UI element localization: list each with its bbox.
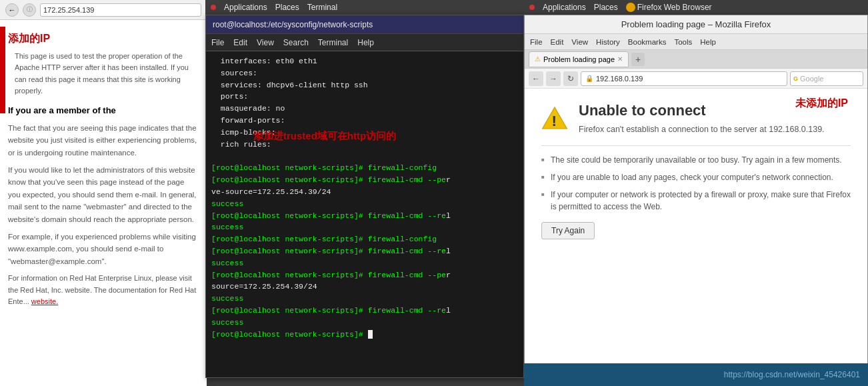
red-accent-bar xyxy=(0,27,5,113)
terminal-cmd-1: [root@localhost network-scripts]# firewa… xyxy=(211,162,518,174)
tab-close-icon[interactable]: ✕ xyxy=(617,55,623,63)
tab-label: Problem loading page xyxy=(543,55,615,63)
firefox-url-text: 192.168.0.139 xyxy=(596,75,643,83)
bottom-link-text: https://blog.csdn.net/weixin_45426401 xyxy=(724,370,860,379)
annotation-added-ip: 添加的IP xyxy=(8,30,199,47)
try-again-button[interactable]: Try Again xyxy=(541,222,595,239)
terminal-cmd-5: [root@localhost network-scripts]# firewa… xyxy=(211,245,518,257)
terminal-menu-terminal[interactable]: Terminal xyxy=(318,38,348,47)
terminal-menu-search[interactable]: Search xyxy=(283,38,309,47)
error-title: Unable to connect xyxy=(579,102,825,119)
error-suggestions-list: The site could be temporarily unavailabl… xyxy=(541,154,851,213)
terminal-success-5: success xyxy=(211,317,518,329)
terminal-line-1: interfaces: eth0 eth1 xyxy=(211,55,518,67)
browser-reload-button[interactable]: ↻ xyxy=(563,71,578,86)
terminal-red-dot xyxy=(211,5,216,10)
terminal-menu-help[interactable]: Help xyxy=(357,38,374,47)
terminal-titlebar: root@localhost:/etc/sysconfig/network-sc… xyxy=(206,15,523,34)
firefox-nav-bar: ← → ↻ 🔒 192.168.0.139 G Google xyxy=(525,69,867,89)
firefox-window-title: Problem loading page – Mozilla Firefox xyxy=(531,19,861,29)
terminal-line-6: forward-ports: xyxy=(211,115,518,127)
terminal-menu-bar: File Edit View Search Terminal Help xyxy=(206,34,523,51)
terminal-success-3: success xyxy=(211,257,518,269)
browser-forward-button[interactable]: → xyxy=(546,71,561,86)
terminal-cmd-3: [root@localhost network-scripts]# firewa… xyxy=(211,210,518,222)
info-icon: ⓘ xyxy=(23,3,36,17)
firefox-places-menu[interactable]: Places xyxy=(594,3,618,12)
terminal-taskbar: Applications Places Terminal xyxy=(205,0,524,15)
terminal-success-2: success xyxy=(211,221,518,233)
firefox-apps-label: Applications xyxy=(543,3,586,12)
website-link[interactable]: website. xyxy=(31,297,58,305)
terminal-line-3: services: dhcpv6-client http ssh xyxy=(211,79,518,91)
terminal-cmd-6b: source=172.25.254.39/24 xyxy=(211,281,518,293)
firefox-icon xyxy=(626,3,635,12)
ff-menu-view[interactable]: View xyxy=(571,38,588,46)
firefox-tab-bar: ⚠ Problem loading page ✕ + xyxy=(525,50,867,69)
firefox-browser-text: Firefox Web Browser xyxy=(637,3,712,12)
left-browser-panel: ← ⓘ 172.25.254.139 添加的IP This page is us… xyxy=(0,0,207,386)
terminal-annotation-text: 添加进trusted域可在http访问的 xyxy=(253,130,396,143)
terminal-body[interactable]: interfaces: eth0 eth1 sources: services:… xyxy=(206,51,523,377)
firefox-error-content: ! Unable to connect Firefox can't establ… xyxy=(525,89,867,253)
ff-menu-history[interactable]: History xyxy=(596,38,620,46)
terminal-label-text: Terminal xyxy=(307,3,337,12)
error-text-block: Unable to connect Firefox can't establis… xyxy=(579,102,825,136)
lock-icon: 🔒 xyxy=(585,75,593,82)
terminal-cmd-4: [root@localhost network-scripts]# firewa… xyxy=(211,233,518,245)
ff-menu-tools[interactable]: Tools xyxy=(674,38,692,46)
terminal-applications-label: Applications xyxy=(224,3,267,12)
firefox-panel: Problem loading page – Mozilla Firefox F… xyxy=(524,15,868,373)
ff-menu-help[interactable]: Help xyxy=(700,38,716,46)
terminal-success-4: success xyxy=(211,293,518,305)
firefox-tab-problem[interactable]: ⚠ Problem loading page ✕ xyxy=(529,51,629,67)
intro-text: This page is used to test the proper ope… xyxy=(15,51,199,97)
terminal-panel: root@localhost:/etc/sysconfig/network-sc… xyxy=(205,15,524,378)
suggestion-2: If you are unable to load any pages, che… xyxy=(541,171,851,183)
firefox-red-dot xyxy=(529,5,535,10)
terminal-cmd-2: [root@localhost network-scripts]# firewa… xyxy=(211,174,518,186)
terminal-success-1: success xyxy=(211,198,518,210)
search-placeholder: Google xyxy=(800,75,823,83)
firefox-places-label: Places xyxy=(594,3,618,12)
suggestion-3: If your computer or network is protected… xyxy=(541,189,851,213)
firefox-browser-label: Firefox Web Browser xyxy=(626,3,712,12)
p2-text: The fact that you are seeing this page i… xyxy=(8,122,199,159)
ff-menu-bookmarks[interactable]: Bookmarks xyxy=(628,38,667,46)
terminal-menu-file[interactable]: File xyxy=(211,38,224,47)
terminal-title: root@localhost:/etc/sysconfig/network-sc… xyxy=(213,20,373,29)
terminal-menu-view[interactable]: View xyxy=(257,38,274,47)
firefox-titlebar: Problem loading page – Mozilla Firefox xyxy=(525,15,867,34)
firefox-menu-bar: File Edit View History Bookmarks Tools H… xyxy=(525,34,867,50)
terminal-cmd-7: [root@localhost network-scripts]# firewa… xyxy=(211,305,518,317)
terminal-line-blank xyxy=(211,151,518,163)
ff-menu-edit[interactable]: Edit xyxy=(551,38,564,46)
suggestion-1: The site could be temporarily unavailabl… xyxy=(541,154,851,166)
error-subtitle: Firefox can't establish a connection to … xyxy=(579,123,825,136)
terminal-menu-edit[interactable]: Edit xyxy=(233,38,247,47)
annotation-unadded-ip: 未添加的IP xyxy=(795,97,848,111)
firefox-red-dot-container xyxy=(529,5,535,10)
ff-menu-file[interactable]: File xyxy=(530,38,543,46)
terminal-line-4: ports: xyxy=(211,91,518,103)
member-heading: If you are a member of the xyxy=(8,104,199,118)
firefox-applications-menu[interactable]: Applications xyxy=(543,3,586,12)
terminal-places-menu[interactable]: Places xyxy=(275,3,299,12)
terminal-cmd-6: [root@localhost network-scripts]# firewa… xyxy=(211,269,518,281)
new-tab-button[interactable]: + xyxy=(631,53,645,66)
bottom-status-bar: https://blog.csdn.net/weixin_45426401 xyxy=(524,363,868,386)
terminal-cmd-2b: ve-source=172.25.254.39/24 xyxy=(211,186,518,198)
svg-text:!: ! xyxy=(551,113,556,129)
firefox-search-bar[interactable]: G Google xyxy=(790,71,863,86)
firefox-url-bar[interactable]: 🔒 192.168.0.139 xyxy=(581,71,787,86)
terminal-line-5: masquerade: no xyxy=(211,103,518,115)
browser-back-button[interactable]: ← xyxy=(529,71,543,86)
back-button[interactable]: ← xyxy=(5,3,19,17)
terminal-line-2: sources: xyxy=(211,67,518,79)
left-url-bar[interactable]: 172.25.254.139 xyxy=(40,3,201,17)
terminal-applications-menu[interactable]: Applications xyxy=(224,3,267,12)
url-text: 172.25.254.139 xyxy=(43,6,94,14)
left-browser-topbar: ← ⓘ 172.25.254.139 xyxy=(0,0,207,20)
google-icon: G xyxy=(793,75,798,82)
terminal-prompt: [root@localhost network-scripts]# xyxy=(211,329,518,341)
